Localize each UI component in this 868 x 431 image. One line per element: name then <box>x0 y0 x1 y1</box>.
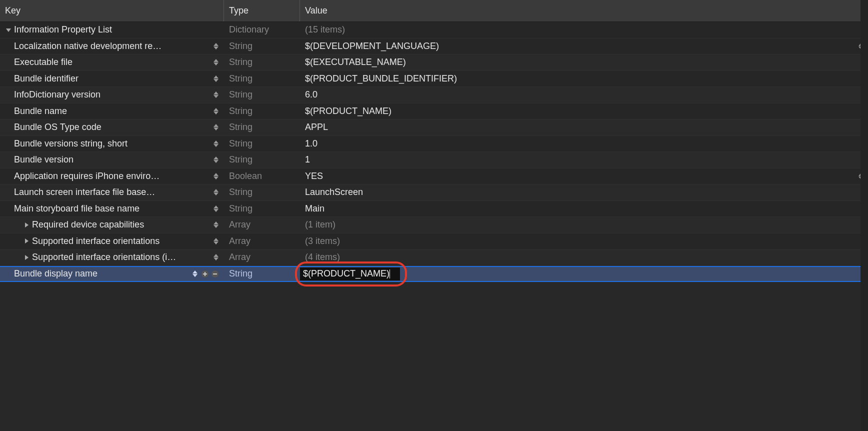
svg-marker-31 <box>214 238 218 241</box>
svg-marker-6 <box>214 62 218 66</box>
text-caret <box>390 270 390 278</box>
row-value-label: 1.0 <box>300 136 868 152</box>
key-stepper-icon[interactable] <box>213 220 219 230</box>
svg-marker-16 <box>214 144 218 147</box>
key-stepper-icon[interactable] <box>213 253 219 262</box>
row-key-label: Application requires iPhone enviro… <box>14 171 160 182</box>
table-row[interactable]: Application requires iPhone enviro…Boole… <box>0 168 868 185</box>
key-stepper-icon[interactable] <box>213 236 219 246</box>
add-icon[interactable] <box>201 270 209 278</box>
key-stepper-icon[interactable] <box>213 172 219 180</box>
root-value-label: (15 items) <box>300 22 868 38</box>
table-header: Key Type Value <box>0 0 868 22</box>
plist-editor: Key Type Value Information Property List… <box>0 0 868 431</box>
header-type[interactable]: Type <box>224 0 300 22</box>
selected-key-label: Bundle display name <box>14 268 98 279</box>
svg-marker-27 <box>25 222 28 228</box>
root-row[interactable]: Information Property List Dictionary (15… <box>0 22 868 38</box>
svg-marker-37 <box>192 274 198 277</box>
remove-icon[interactable] <box>211 270 219 278</box>
svg-marker-1 <box>214 43 218 46</box>
svg-marker-15 <box>214 140 218 144</box>
key-stepper-icon[interactable] <box>213 106 219 116</box>
disclosure-closed-icon[interactable] <box>23 238 30 244</box>
selected-row[interactable]: Bundle display name String $(PROD <box>0 266 868 282</box>
row-value-label: (4 items) <box>300 250 868 266</box>
key-stepper-icon[interactable] <box>213 90 219 100</box>
table-row[interactable]: Main storyboard file base nameStringMain <box>0 201 868 218</box>
key-stepper-icon[interactable] <box>213 156 219 164</box>
table-row[interactable]: Bundle OS Type codeStringAPPL <box>0 120 868 136</box>
svg-marker-10 <box>214 95 218 98</box>
svg-marker-8 <box>214 79 218 82</box>
svg-marker-25 <box>214 206 218 208</box>
key-stepper-icon[interactable] <box>213 42 219 50</box>
table-row[interactable]: Localization native development re…Strin… <box>0 38 868 55</box>
row-key-label: Bundle version <box>14 154 74 165</box>
svg-marker-14 <box>214 128 218 130</box>
key-stepper-icon[interactable] <box>213 74 219 83</box>
disclosure-closed-icon[interactable] <box>23 254 30 261</box>
row-type-label: String <box>224 71 300 87</box>
table-row[interactable]: Launch screen interface file base…String… <box>0 184 868 201</box>
row-type-label: String <box>224 38 300 54</box>
table-row[interactable]: Bundle versions string, shortString1.0 <box>0 136 868 152</box>
table-row[interactable]: Required device capabilitiesArray(1 item… <box>0 217 868 234</box>
header-value[interactable]: Value <box>300 0 868 22</box>
disclosure-closed-icon[interactable] <box>23 222 30 228</box>
table-row[interactable]: InfoDictionary versionString6.0 <box>0 87 868 104</box>
svg-marker-26 <box>214 209 218 212</box>
svg-marker-13 <box>214 124 218 127</box>
svg-marker-12 <box>214 112 218 114</box>
row-key-label: Executable file <box>14 57 72 68</box>
row-key-label: Bundle OS Type code <box>14 122 102 132</box>
key-stepper-icon[interactable] <box>213 139 219 148</box>
svg-marker-5 <box>214 59 218 62</box>
svg-marker-24 <box>214 192 218 196</box>
row-key-label: Bundle versions string, short <box>14 138 128 149</box>
row-key-label: InfoDictionary version <box>14 90 100 100</box>
header-key[interactable]: Key <box>0 0 224 22</box>
svg-marker-32 <box>214 242 218 244</box>
table-row[interactable]: Bundle nameString$(PRODUCT_NAME) <box>0 104 868 120</box>
key-stepper-icon[interactable] <box>213 204 219 213</box>
table-row[interactable]: Supported interface orientationsArray(3 … <box>0 234 868 250</box>
svg-marker-29 <box>214 225 218 228</box>
row-type-label: String <box>224 152 300 168</box>
key-stepper-icon[interactable] <box>213 123 219 132</box>
row-value-label: Main <box>300 201 868 217</box>
row-type-label: Array <box>224 250 300 266</box>
table-row[interactable]: Bundle identifierString$(PRODUCT_BUNDLE_… <box>0 71 868 88</box>
svg-marker-34 <box>214 254 218 257</box>
svg-marker-33 <box>25 255 28 260</box>
row-value-label: $(DEVELOPMENT_LANGUAGE) <box>300 38 868 54</box>
row-type-label: String <box>224 120 300 136</box>
svg-marker-7 <box>214 76 218 78</box>
svg-marker-0 <box>6 28 11 32</box>
svg-marker-11 <box>214 108 218 111</box>
svg-marker-2 <box>214 46 218 50</box>
scrollbar[interactable] <box>860 0 868 431</box>
row-type-label: Array <box>224 217 300 233</box>
key-stepper-icon[interactable] <box>192 270 198 278</box>
row-key-label: Supported interface orientations (i… <box>32 252 176 262</box>
row-key-label: Main storyboard file base name <box>14 204 140 214</box>
table-row[interactable]: Supported interface orientations (i…Arra… <box>0 250 868 266</box>
svg-marker-9 <box>214 92 218 94</box>
table-row[interactable]: Bundle versionString1 <box>0 152 868 168</box>
key-stepper-icon[interactable] <box>213 58 219 67</box>
svg-marker-30 <box>25 238 28 244</box>
row-type-label: Array <box>224 234 300 250</box>
svg-rect-42 <box>213 274 217 274</box>
row-type-label: String <box>224 136 300 152</box>
row-key-label: Bundle name <box>14 106 67 116</box>
row-value-label: 6.0 <box>300 87 868 103</box>
svg-marker-23 <box>214 189 218 192</box>
value-edit-field[interactable]: $(PRODUCT_NAME) <box>300 268 400 280</box>
key-stepper-icon[interactable] <box>213 188 219 197</box>
table-row[interactable]: Executable fileString$(EXECUTABLE_NAME) <box>0 54 868 71</box>
selected-value-text: $(PRODUCT_NAME) <box>303 268 390 279</box>
disclosure-open-icon[interactable] <box>5 26 12 34</box>
row-value-label: YES <box>300 168 868 184</box>
root-type-label: Dictionary <box>224 22 300 38</box>
